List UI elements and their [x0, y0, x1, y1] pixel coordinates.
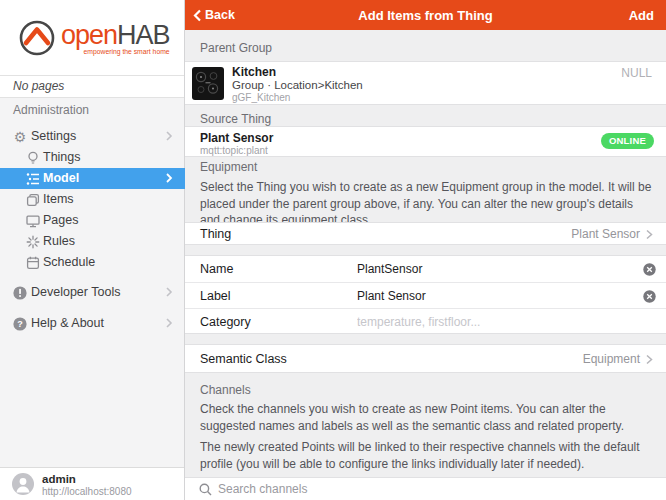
label-row: Label [185, 282, 666, 308]
thing-row[interactable]: Thing Plant Sensor [185, 222, 666, 245]
user-name: admin [42, 473, 76, 485]
kitchen-thumbnail [192, 67, 224, 100]
sidebar-item-label: Rules [43, 231, 75, 252]
item-details-form: Name Label Category [185, 255, 666, 334]
channel-search-bar [185, 477, 666, 500]
sidebar-item-label: Settings [31, 126, 76, 147]
main-panel: Back Add Items from Thing Add Parent Gro… [185, 0, 666, 500]
sidebar-item-help-about[interactable]: ? Help & About [0, 313, 185, 334]
sidebar-item-settings[interactable]: ⚙ Settings [0, 126, 185, 147]
chevron-right-icon [644, 354, 654, 365]
add-button[interactable]: Add [629, 8, 654, 23]
sidebar-item-rules[interactable]: Rules [0, 231, 185, 252]
channels-section-label: Channels [200, 383, 251, 397]
search-channels-input[interactable] [218, 478, 638, 500]
lightbulb-icon [25, 150, 41, 166]
sidebar-item-developer-tools[interactable]: Developer Tools [0, 282, 185, 303]
parent-group-section-label: Parent Group [200, 41, 272, 55]
no-pages-label: No pages [0, 75, 184, 98]
search-icon [199, 483, 212, 496]
openhab-logo: openHAB empowering the smart home [17, 18, 170, 58]
help-icon: ? [12, 316, 28, 332]
name-input[interactable] [357, 256, 627, 282]
chevron-right-icon [644, 229, 654, 240]
sidebar-item-label: Schedule [43, 252, 95, 273]
semantic-class-label: Semantic Class [200, 352, 287, 366]
sidebar-item-schedule[interactable]: Schedule [0, 252, 185, 273]
logo-area: openHAB empowering the smart home [0, 0, 184, 75]
sidebar-item-pages[interactable]: Pages [0, 210, 185, 231]
label-input[interactable] [357, 283, 627, 308]
openhab-logo-icon [17, 18, 57, 58]
sidebar-item-label: Items [43, 189, 74, 210]
schedule-icon [25, 255, 41, 271]
semantic-class-text: Equipment [583, 352, 640, 366]
app-window: openHAB empowering the smart home No pag… [0, 0, 666, 500]
equipment-section-label: Equipment [200, 160, 257, 174]
sidebar-item-label: Things [43, 147, 81, 168]
rules-icon [25, 234, 41, 250]
parent-group-state: NULL [621, 66, 652, 80]
category-label: Category [200, 315, 251, 329]
source-thing-title: Plant Sensor [200, 131, 273, 145]
sidebar-item-items[interactable]: Items [0, 189, 185, 210]
items-icon [25, 192, 41, 208]
pages-icon [25, 213, 41, 229]
logo-hab-text: HAB [117, 20, 170, 50]
gear-icon: ⚙ [12, 129, 28, 145]
parent-group-item[interactable]: Kitchen Group · Location>Kitchen gGF_Kit… [185, 61, 666, 105]
sidebar-item-label: Model [43, 168, 79, 189]
model-icon [25, 171, 41, 187]
svg-text:?: ? [17, 319, 23, 329]
user-panel[interactable]: admin http://localhost:8080 [0, 467, 184, 500]
parent-group-subtitle: Group · Location>Kitchen [232, 79, 363, 91]
sidebar-item-label: Help & About [31, 313, 104, 334]
sidebar-item-label: Developer Tools [31, 282, 120, 303]
thing-value-text: Plant Sensor [571, 227, 640, 241]
thing-row-value[interactable]: Plant Sensor [571, 227, 654, 241]
sidebar: openHAB empowering the smart home No pag… [0, 0, 185, 500]
avatar-icon [12, 473, 34, 495]
parent-group-name: gGF_Kitchen [232, 92, 290, 103]
channels-description-1: Check the channels you wish to create as… [200, 401, 652, 434]
sidebar-item-model[interactable]: Model [0, 168, 185, 189]
category-row: Category [185, 308, 666, 334]
category-input[interactable] [357, 309, 627, 334]
chevron-right-icon [163, 286, 175, 298]
semantic-class-value[interactable]: Equipment [583, 352, 654, 366]
developer-tools-icon [12, 285, 28, 301]
navbar: Back Add Items from Thing Add [185, 0, 666, 30]
user-url: http://localhost:8080 [42, 486, 132, 497]
chevron-right-icon [163, 172, 175, 184]
semantic-class-row[interactable]: Semantic Class Equipment [185, 344, 666, 373]
parent-group-title: Kitchen [232, 65, 276, 79]
sidebar-item-label: Pages [43, 210, 78, 231]
logo-open-text: open [61, 20, 117, 50]
name-row: Name [185, 256, 666, 282]
page-title: Add Items from Thing [185, 8, 666, 23]
clear-icon[interactable] [643, 263, 656, 276]
thing-row-label: Thing [200, 227, 231, 241]
source-thing-uid: mqtt:topic:plant [200, 145, 268, 156]
clear-icon[interactable] [643, 290, 656, 303]
name-label: Name [200, 262, 233, 276]
openhab-logo-text: openHAB empowering the smart home [61, 22, 170, 49]
source-thing-item: Plant Sensor mqtt:topic:plant ONLINE [185, 126, 666, 157]
status-badge: ONLINE [601, 133, 654, 149]
source-thing-section-label: Source Thing [200, 112, 271, 126]
sidebar-item-things[interactable]: Things [0, 147, 185, 168]
logo-tagline: empowering the smart home [83, 49, 169, 56]
chevron-right-icon [163, 130, 175, 142]
label-label: Label [200, 289, 231, 303]
administration-section-label: Administration [13, 103, 89, 117]
channels-description-2: The newly created Points will be linked … [200, 439, 652, 472]
chevron-right-icon [163, 317, 175, 329]
